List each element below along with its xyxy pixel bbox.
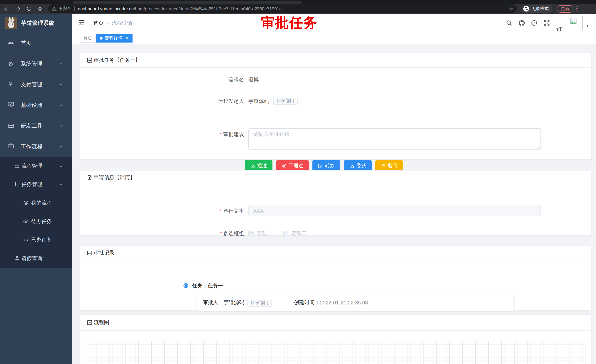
page-title: 审批任务 — [261, 15, 317, 31]
sidebar-item-task-mgmt[interactable]: 任务管理 — [0, 175, 72, 194]
reload-icon[interactable] — [24, 4, 33, 13]
briefcase-icon — [7, 143, 15, 150]
checkbox-option-2[interactable] — [283, 231, 288, 236]
checkbox-group-label: *多选框组 — [80, 230, 244, 237]
reject-button[interactable]: 不通过 — [276, 160, 309, 171]
checkbox-option-1[interactable] — [248, 231, 253, 236]
help-icon[interactable]: ? — [528, 14, 540, 32]
document-icon — [87, 175, 92, 180]
process-name-label: 流程名 — [80, 77, 244, 83]
search-icon[interactable] — [503, 14, 515, 32]
eye-closed-icon — [22, 237, 30, 244]
breadcrumb-home[interactable]: 首页 — [93, 20, 104, 26]
tab-home[interactable]: 首页 — [80, 34, 96, 43]
return-icon: ↺ — [381, 163, 385, 168]
url-text[interactable]: dashboard.yudao.iocoder.cn/bpm/process-i… — [78, 6, 282, 11]
chevron-down-icon — [59, 164, 63, 168]
timeline-clock-icon — [183, 283, 188, 288]
initiator-label: 流程发起人 — [80, 98, 244, 105]
incognito-badge: 无痕模式 — [522, 5, 552, 13]
home-icon[interactable] — [36, 4, 45, 13]
sidebar-item-home[interactable]: 首页 — [0, 33, 72, 53]
browser-active-tab[interactable] — [73, 1, 302, 4]
edit-icon — [350, 163, 354, 168]
chevron-up-icon — [59, 182, 63, 187]
sidebar-item-workflow[interactable]: 工作流程 — [0, 136, 72, 157]
sidebar: 芋道管理系统 首页 ⚙ 系统管理 ¥ 支付管理 基础设施 — [0, 14, 72, 364]
tags-view-bar: 首页 流程详情 ✕ — [72, 32, 596, 44]
sidebar-item-payment[interactable]: ¥ 支付管理 — [0, 74, 72, 95]
not-secure-icon — [52, 6, 57, 11]
active-tab-dot — [100, 37, 103, 40]
tab-process-detail[interactable]: 流程详情 ✕ — [96, 34, 133, 43]
screen: 不安全 dashboard.yudao.iocoder.cn/bpm/proce… — [0, 0, 596, 364]
sidebar-item-done-tasks[interactable]: 已办任务 — [0, 231, 72, 249]
collapse-sidebar-icon[interactable] — [78, 19, 85, 28]
fullscreen-icon[interactable] — [540, 14, 553, 32]
back-icon[interactable] — [2, 4, 11, 13]
card-title: 申请信息【滔博】 — [94, 174, 135, 181]
edit-icon — [318, 163, 323, 168]
process-name-value: 滔博 — [248, 77, 259, 83]
approve-button[interactable]: 通过 — [245, 160, 272, 171]
incognito-icon — [523, 6, 529, 12]
sidebar-logo[interactable]: 芋道管理系统 — [0, 14, 72, 33]
avatar[interactable] — [569, 16, 583, 30]
sidebar-item-system[interactable]: ⚙ 系统管理 — [0, 53, 72, 74]
sidebar-item-todo-tasks[interactable]: 待办任务 — [0, 212, 72, 231]
bookmark-star-icon[interactable]: ☆ — [508, 6, 513, 12]
breadcrumb-current: 流程详情 — [112, 20, 133, 26]
app-title: 芋道管理系统 — [21, 20, 54, 27]
page-content: 审批任务【任务一】 流程名 滔博 流程发起人 芋道源码 研发部门 *审批建议 通… — [72, 44, 596, 364]
approver-name: 芋道源码 — [224, 299, 244, 306]
bpmn-diagram-canvas[interactable] — [87, 341, 586, 364]
svg-text:?: ? — [533, 21, 535, 25]
return-button[interactable]: ↺ 退回 — [375, 160, 402, 171]
broken-image-icon — [570, 17, 577, 24]
logo-image — [5, 17, 17, 29]
opinion-textarea[interactable] — [248, 128, 541, 150]
url-bar[interactable]: 不安全 dashboard.yudao.iocoder.cn/bpm/proce… — [48, 4, 517, 13]
approver-dept-tag: 研发部门 — [247, 299, 272, 306]
monitor-icon — [7, 101, 15, 109]
transfer-button[interactable]: 转办 — [313, 160, 340, 171]
browser-menu-icon[interactable] — [576, 6, 577, 11]
sidebar-item-leave-query[interactable]: 请假查询 — [0, 249, 72, 268]
chevron-down-icon — [59, 124, 63, 128]
sidebar-item-infra[interactable]: 基础设施 — [0, 95, 72, 116]
app-header: 首页/流程详情 审批任务 ? TT — [72, 14, 596, 32]
chevron-down-icon — [59, 103, 63, 107]
create-time-label: 创建时间： — [294, 299, 320, 306]
card-title: 流程图 — [94, 319, 109, 326]
yen-icon: ¥ — [7, 81, 15, 88]
workflow-submenu: 流程管理 任务管理 我的流程 待办任务 — [0, 157, 72, 268]
avatar-dropdown-caret-icon[interactable]: ▼ — [586, 23, 589, 28]
approval-record-card-body: 任务：任务一 审批人： 芋道源码 研发部门 创建时间： 2022-01-21 2… — [80, 260, 591, 310]
sidebar-item-my-process[interactable]: 我的流程 — [0, 194, 72, 212]
close-tab-icon[interactable]: ✕ — [126, 36, 129, 41]
single-line-text-input[interactable] — [248, 205, 541, 216]
github-icon[interactable] — [515, 14, 528, 32]
user-icon — [13, 255, 21, 262]
picture-icon — [87, 250, 92, 256]
delegate-button[interactable]: 委派 — [344, 160, 372, 171]
dashboard-icon — [7, 39, 15, 47]
security-label[interactable]: 不安全 — [59, 6, 71, 11]
circle-close-icon — [282, 163, 287, 168]
font-size-icon[interactable]: TT — [553, 14, 566, 32]
approval-task-card: 审批任务【任务一】 流程名 滔博 流程发起人 芋道源码 研发部门 *审批建议 通… — [80, 53, 592, 160]
forward-icon[interactable] — [13, 4, 22, 13]
approval-task-card-body: 流程名 滔博 流程发起人 芋道源码 研发部门 *审批建议 通过 — [80, 68, 591, 160]
eye-open-icon — [22, 218, 30, 225]
create-time-value: 2022-01-21 22:35:08 — [320, 300, 368, 306]
chevron-down-icon — [59, 82, 63, 87]
update-button[interactable]: 更新 — [557, 5, 574, 12]
checkbox-option-2-label: 选项二 — [291, 230, 307, 237]
sidebar-item-process-mgmt[interactable]: 流程管理 — [0, 157, 72, 175]
application-info-card-header: 申请信息【滔博】 — [80, 171, 591, 185]
sidebar-item-devtools[interactable]: 研发工具 — [0, 116, 72, 136]
browser-tab-strip — [0, 0, 596, 4]
approval-actions: 通过 不通过 转办 委派 — [245, 160, 402, 171]
browser-chrome: 不安全 dashboard.yudao.iocoder.cn/bpm/proce… — [0, 0, 596, 14]
list-icon — [13, 163, 21, 170]
